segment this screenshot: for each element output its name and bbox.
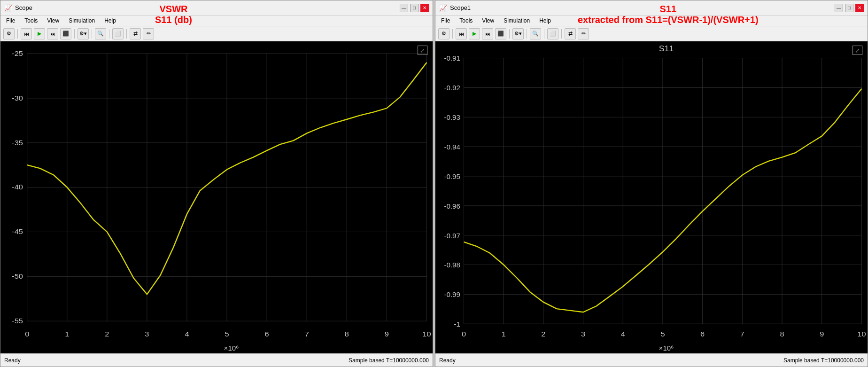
scope2-tb-sep2 xyxy=(509,29,510,39)
svg-text:8: 8 xyxy=(780,330,784,338)
scope1-tb-fit[interactable]: ⬜ xyxy=(112,28,124,39)
scope2-menu-help[interactable]: Help xyxy=(537,17,553,24)
scope1-statusbar: Ready Sample based T=10000000.000 xyxy=(0,353,433,367)
scope2-tb-sep3 xyxy=(527,29,527,39)
scope2-tb-sep5 xyxy=(561,29,562,39)
svg-text:-50: -50 xyxy=(12,273,23,280)
svg-text:4: 4 xyxy=(185,330,189,338)
scope2-close-btn[interactable]: ✕ xyxy=(855,4,864,12)
scope2-svg: S11 -0.91 -0.92 -0.93 -0.94 -0.95 -0.96 … xyxy=(435,41,868,353)
svg-text:7: 7 xyxy=(305,330,309,338)
scope1-title: Scope xyxy=(15,4,32,11)
scope1-menu-simulation[interactable]: Simulation xyxy=(67,17,97,24)
scope2-tb-sep1 xyxy=(452,29,453,39)
scope1-tb-zoom[interactable]: 🔍 xyxy=(95,28,106,39)
scope2-tb-rewind[interactable]: ⏮ xyxy=(456,28,467,39)
scope1-svg: -25 -30 -35 -40 -45 -50 -55 0 1 2 3 xyxy=(0,41,433,353)
scope1-icon: 📈 xyxy=(4,4,12,12)
scope1-tb-sep1 xyxy=(17,29,18,39)
svg-text:5: 5 xyxy=(660,330,665,338)
scope2-tb-play[interactable]: ▶ xyxy=(469,28,480,39)
scope1-menu-tools[interactable]: Tools xyxy=(23,17,39,24)
scope2-menu-tools[interactable]: Tools xyxy=(457,17,474,24)
scope2-titlebar: 📈 Scope1 S11 extracted from S11=(VSWR-1)… xyxy=(435,0,868,16)
svg-text:1: 1 xyxy=(502,330,506,338)
scope2-statusbar: Ready Sample based T=10000000.000 xyxy=(435,353,868,367)
scope1-tb-settings[interactable]: ⚙ xyxy=(3,28,15,39)
scope1-tb-sep2 xyxy=(74,29,75,39)
svg-text:-25: -25 xyxy=(12,49,23,57)
scope2-tb-stop[interactable]: ⬛ xyxy=(495,28,506,39)
svg-text:5: 5 xyxy=(225,330,229,338)
scope1-tb-sep4 xyxy=(109,29,109,39)
svg-text:-0.92: -0.92 xyxy=(444,85,460,92)
scope2-window-controls[interactable]: — □ ✕ xyxy=(835,4,864,12)
scope1-window: 📈 Scope VSWR S11 (db) — □ ✕ File Tools V… xyxy=(0,0,433,367)
scope1-tb-cursor[interactable]: ⇄ xyxy=(130,28,141,39)
scope1-window-controls[interactable]: — □ ✕ xyxy=(400,4,429,12)
scope1-tb-rewind[interactable]: ⏮ xyxy=(21,28,32,39)
svg-text:4: 4 xyxy=(621,330,625,338)
svg-text:7: 7 xyxy=(740,330,744,338)
scope2-menubar: File Tools View Simulation Help xyxy=(435,16,868,26)
svg-text:6: 6 xyxy=(265,330,269,338)
scope2-tb-config[interactable]: ⚙▾ xyxy=(512,28,524,39)
svg-text:-30: -30 xyxy=(12,94,23,102)
scope2-tb-pen[interactable]: ✏ xyxy=(578,28,589,39)
scope2-tb-step[interactable]: ⏭ xyxy=(482,28,493,39)
scope1-menu-view[interactable]: View xyxy=(45,17,61,24)
scope1-tb-sep3 xyxy=(92,29,92,39)
svg-text:⤢: ⤢ xyxy=(420,47,425,54)
svg-text:-0.97: -0.97 xyxy=(444,232,460,240)
scope1-tb-play[interactable]: ▶ xyxy=(34,28,45,39)
svg-text:-0.94: -0.94 xyxy=(444,143,460,151)
svg-text:-0.91: -0.91 xyxy=(444,55,460,62)
scope2-tb-settings[interactable]: ⚙ xyxy=(438,28,450,39)
svg-text:9: 9 xyxy=(385,330,389,338)
svg-text:0: 0 xyxy=(25,330,29,338)
scope1-tb-stop[interactable]: ⬛ xyxy=(60,28,71,39)
svg-text:-0.98: -0.98 xyxy=(444,262,460,269)
scope1-tb-pen[interactable]: ✏ xyxy=(143,28,154,39)
svg-text:-0.99: -0.99 xyxy=(444,291,460,299)
svg-text:8: 8 xyxy=(345,330,349,338)
scope1-menubar: File Tools View Simulation Help xyxy=(0,16,433,26)
scope2-menu-view[interactable]: View xyxy=(480,17,496,24)
scope1-tb-step[interactable]: ⏭ xyxy=(47,28,58,39)
scope2-maximize-btn[interactable]: □ xyxy=(845,4,853,12)
svg-text:⤢: ⤢ xyxy=(855,47,860,54)
svg-text:2: 2 xyxy=(541,330,545,338)
scope1-menu-help[interactable]: Help xyxy=(102,17,118,24)
scope1-title-left: 📈 Scope xyxy=(4,4,32,12)
scope2-menu-file[interactable]: File xyxy=(439,17,452,24)
svg-text:×10⁶: ×10⁶ xyxy=(659,344,674,352)
scope1-toolbar: ⚙ ⏮ ▶ ⏭ ⬛ ⚙▾ 🔍 ⬜ ⇄ ✏ xyxy=(0,26,433,41)
scope1-maximize-btn[interactable]: □ xyxy=(410,4,418,12)
scope2-window: 📈 Scope1 S11 extracted from S11=(VSWR-1)… xyxy=(435,0,868,367)
scope2-plot: S11 -0.91 -0.92 -0.93 -0.94 -0.95 -0.96 … xyxy=(435,41,868,353)
svg-text:-35: -35 xyxy=(12,139,23,146)
scope2-menu-simulation[interactable]: Simulation xyxy=(502,17,532,24)
svg-text:-1: -1 xyxy=(454,320,460,328)
scope1-tb-sep5 xyxy=(126,29,127,39)
svg-text:3: 3 xyxy=(581,330,585,338)
scope2-tb-fit[interactable]: ⬜ xyxy=(547,28,558,39)
scope2-tb-zoom[interactable]: 🔍 xyxy=(530,28,541,39)
scope2-minimize-btn[interactable]: — xyxy=(835,4,843,12)
scope2-toolbar: ⚙ ⏮ ▶ ⏭ ⬛ ⚙▾ 🔍 ⬜ ⇄ ✏ xyxy=(435,26,868,41)
scope1-titlebar: 📈 Scope VSWR S11 (db) — □ ✕ xyxy=(0,0,433,16)
scope1-tb-config[interactable]: ⚙▾ xyxy=(78,28,89,39)
scope1-menu-file[interactable]: File xyxy=(4,17,17,24)
scope2-title: Scope1 xyxy=(450,4,471,11)
scope2-title-left: 📈 Scope1 xyxy=(439,4,471,12)
scope1-close-btn[interactable]: ✕ xyxy=(420,4,429,12)
scope1-minimize-btn[interactable]: — xyxy=(400,4,408,12)
svg-rect-0 xyxy=(0,41,433,353)
scope1-plot: -25 -30 -35 -40 -45 -50 -55 0 1 2 3 xyxy=(0,41,433,353)
svg-text:10: 10 xyxy=(422,330,431,338)
svg-text:-0.96: -0.96 xyxy=(444,203,460,210)
svg-text:-45: -45 xyxy=(12,228,23,235)
svg-text:0: 0 xyxy=(462,330,466,338)
scope2-status-left: Ready xyxy=(439,357,456,364)
scope2-tb-cursor[interactable]: ⇄ xyxy=(565,28,576,39)
